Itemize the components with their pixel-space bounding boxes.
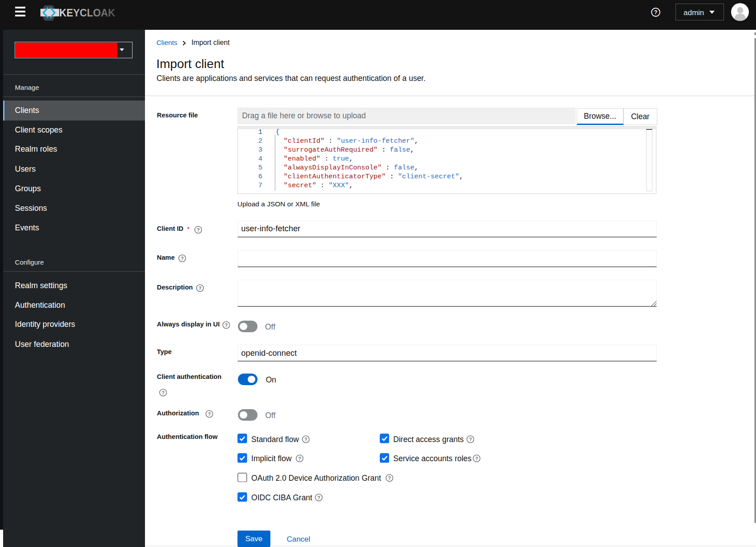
svg-text:?: ? xyxy=(654,9,657,16)
svg-text:?: ? xyxy=(197,227,200,232)
svg-text:?: ? xyxy=(208,411,211,417)
svg-text:?: ? xyxy=(161,390,165,395)
svg-text:KEYCLOAK: KEYCLOAK xyxy=(59,7,115,19)
svg-text:?: ? xyxy=(225,322,228,328)
svg-text:?: ? xyxy=(388,475,391,481)
svg-text:?: ? xyxy=(198,286,201,291)
svg-text:?: ? xyxy=(469,436,472,442)
svg-text:?: ? xyxy=(317,495,320,500)
svg-text:?: ? xyxy=(304,436,307,442)
svg-text:?: ? xyxy=(475,456,478,461)
svg-text:?: ? xyxy=(181,255,184,261)
svg-text:?: ? xyxy=(298,456,301,461)
